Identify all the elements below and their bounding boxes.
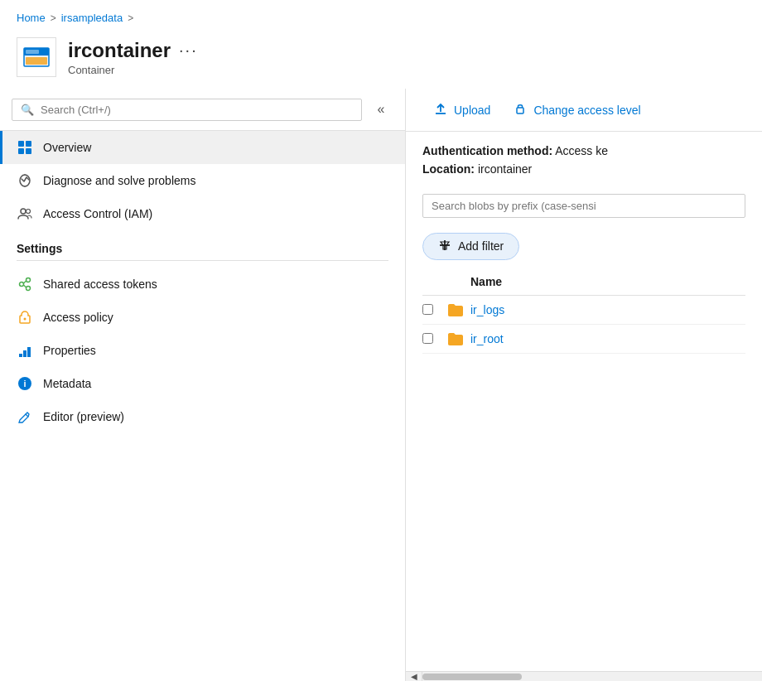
header-title-block: ircontainer ··· Container [68,39,198,76]
checkbox-ir-logs[interactable] [422,304,433,315]
breadcrumb-sep-2: > [128,12,133,24]
change-access-button[interactable]: Change access level [502,97,652,123]
resource-name: ircontainer ··· [68,39,198,62]
sidebar-item-overview[interactable]: Overview [0,131,405,164]
breadcrumb-sep-1: > [51,12,56,24]
settings-divider [17,260,388,261]
sidebar-item-diagnose-label: Diagnose and solve problems [43,174,195,187]
diagnose-icon [17,172,33,189]
folder-icon-ir-root [447,331,470,346]
change-access-label: Change access level [533,104,640,117]
location-label: Location: [422,162,475,176]
content-area: Upload Change access level Authenticatio… [406,89,762,681]
svg-point-15 [24,318,27,321]
properties-icon [17,342,33,359]
svg-line-14 [24,285,27,287]
upload-label: Upload [454,104,490,117]
svg-rect-2 [26,50,39,54]
row-checkbox-ir-root[interactable] [422,333,447,344]
table-row: ir_root [422,325,745,354]
svg-line-13 [24,281,27,283]
svg-point-11 [27,278,31,282]
scroll-left-arrow[interactable]: ◀ [406,672,422,682]
upload-button[interactable]: Upload [422,97,502,123]
auth-info: Authentication method: Access ke Locatio… [406,132,762,187]
container-svg-icon [23,44,50,70]
sidebar-item-iam-label: Access Control (IAM) [43,207,152,220]
blob-search-input[interactable] [422,194,745,218]
breadcrumb-irsampledata[interactable]: irsampledata [61,12,123,24]
horizontal-scrollbar[interactable]: ◀ [406,671,762,681]
filter-icon [438,239,451,254]
sidebar-item-editor-label: Editor (preview) [43,410,124,423]
svg-point-8 [21,209,26,214]
svg-point-10 [20,282,24,287]
auth-method-label: Authentication method: [422,144,552,157]
folder-icon-ir-logs [447,302,470,317]
iam-icon [17,205,33,222]
metadata-icon: i [17,375,33,392]
svg-text:i: i [23,379,26,389]
sidebar-item-metadata[interactable]: i Metadata [0,367,405,400]
row-checkbox-ir-logs[interactable] [422,304,447,315]
sidebar-item-editor[interactable]: Editor (preview) [0,400,405,433]
shared-access-icon [17,276,33,292]
svg-point-9 [27,210,31,214]
breadcrumb-home[interactable]: Home [17,12,46,24]
page-header: ircontainer ··· Container [0,32,762,89]
overview-icon [17,139,33,156]
auth-method-value: Access ke [555,144,608,157]
sidebar-search-bar: 🔍 « [0,89,405,131]
add-filter-button[interactable]: Add filter [422,233,519,260]
table-header: Name [422,268,745,296]
scrollbar-thumb[interactable] [422,673,522,680]
sidebar-item-shared-access[interactable]: Shared access tokens [0,268,405,301]
toolbar: Upload Change access level [406,89,762,132]
svg-rect-6 [18,148,24,154]
access-policy-icon [17,309,33,326]
svg-rect-17 [23,350,27,357]
sidebar-item-access-policy-label: Access policy [43,311,113,324]
sidebar-item-overview-label: Overview [43,141,91,154]
container-icon [17,37,56,77]
blob-table: Name ir_logs [406,268,762,671]
collapse-sidebar-button[interactable]: « [369,97,393,122]
svg-point-12 [27,287,31,291]
svg-rect-5 [26,141,31,147]
breadcrumb: Home > irsampledata > [0,0,762,32]
filter-area: Add filter [406,224,762,268]
svg-rect-7 [26,148,31,154]
editor-icon [17,408,33,425]
resource-name-text: ircontainer [68,39,171,62]
search-input[interactable] [41,104,353,116]
sidebar-item-metadata-label: Metadata [43,377,91,390]
row-name-ir-logs[interactable]: ir_logs [470,303,745,316]
sidebar-item-access-policy[interactable]: Access policy [0,301,405,334]
main-layout: 🔍 « Overview [0,89,762,681]
sidebar-item-iam[interactable]: Access Control (IAM) [0,197,405,230]
upload-icon [434,102,447,118]
add-filter-label: Add filter [458,239,504,253]
search-input-wrap[interactable]: 🔍 [12,99,362,121]
svg-rect-3 [26,57,47,65]
sidebar-item-shared-access-label: Shared access tokens [43,278,157,291]
settings-section-header: Settings [0,230,405,260]
table-row: ir_logs [422,296,745,325]
svg-rect-18 [27,347,31,357]
blob-search-area [406,187,762,224]
change-access-icon [514,102,527,118]
sidebar: 🔍 « Overview [0,89,406,681]
row-name-ir-root[interactable]: ir_root [470,332,745,345]
header-name-col: Name [470,275,745,288]
sidebar-item-properties[interactable]: Properties [0,334,405,367]
svg-rect-23 [517,108,523,113]
svg-rect-4 [18,141,24,147]
svg-rect-16 [19,354,22,357]
more-options-button[interactable]: ··· [179,41,198,60]
checkbox-ir-root[interactable] [422,333,433,344]
sidebar-item-diagnose[interactable]: Diagnose and solve problems [0,164,405,197]
sidebar-item-properties-label: Properties [43,344,96,357]
search-icon: 🔍 [21,104,34,116]
location-value: ircontainer [478,162,532,176]
resource-type: Container [68,64,198,76]
